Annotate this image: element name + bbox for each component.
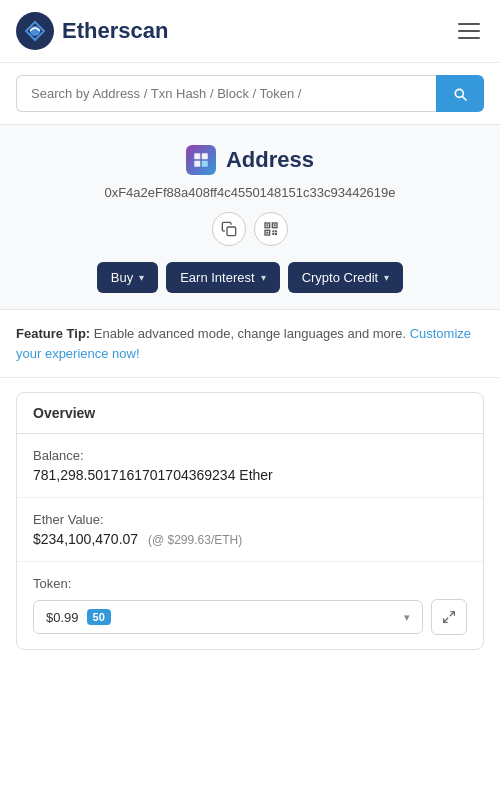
feature-tip: Feature Tip: Enable advanced mode, chang… [0, 310, 500, 378]
token-select-row: $0.99 50 ▾ [33, 599, 467, 635]
balance-label: Balance: [33, 448, 467, 463]
logo-area: Etherscan [16, 12, 168, 50]
overview-card: Overview Balance: 781,298.50171617017043… [16, 392, 484, 650]
token-select-left: $0.99 50 [46, 609, 111, 625]
action-buttons: Buy ▾ Earn Interest ▾ Crypto Credit ▾ [16, 262, 484, 293]
balance-value: 781,298.5017161701704369234 Ether [33, 467, 467, 483]
earn-interest-button[interactable]: Earn Interest ▾ [166, 262, 279, 293]
crypto-credit-chevron-icon: ▾ [384, 272, 389, 283]
search-input[interactable] [16, 75, 436, 112]
logo-text: Etherscan [62, 18, 168, 44]
svg-rect-3 [202, 153, 208, 159]
earn-interest-label: Earn Interest [180, 270, 254, 285]
hamburger-line-2 [458, 30, 480, 32]
expand-icon [442, 610, 456, 624]
hamburger-menu-button[interactable] [454, 19, 484, 43]
svg-rect-15 [272, 233, 274, 235]
svg-rect-5 [202, 161, 208, 167]
ether-value-secondary: (@ $299.63/ETH) [148, 533, 242, 547]
token-chevron-icon: ▾ [404, 611, 410, 624]
hamburger-line-3 [458, 37, 480, 39]
etherscan-logo-icon [16, 12, 54, 50]
svg-rect-12 [266, 232, 268, 234]
address-hash: 0xF4a2eFf88a408ff4c4550148151c33c9344261… [16, 185, 484, 200]
token-expand-button[interactable] [431, 599, 467, 635]
qr-code-button[interactable] [254, 212, 288, 246]
svg-rect-2 [194, 153, 200, 159]
overview-body: Balance: 781,298.5017161701704369234 Eth… [17, 434, 483, 649]
copy-icon [221, 221, 237, 237]
address-icon [186, 145, 216, 175]
overview-title: Overview [33, 405, 95, 421]
token-select-wrapper[interactable]: $0.99 50 ▾ [33, 600, 423, 634]
search-button[interactable] [436, 75, 484, 112]
token-count-badge: 50 [87, 609, 111, 625]
buy-button[interactable]: Buy ▾ [97, 262, 158, 293]
token-label: Token: [33, 576, 467, 591]
buy-label: Buy [111, 270, 133, 285]
svg-rect-13 [272, 230, 274, 232]
hamburger-line-1 [458, 23, 480, 25]
address-actions [16, 212, 484, 246]
search-bar [0, 63, 500, 125]
address-title-row: Address [16, 145, 484, 175]
ether-value-row: Ether Value: $234,100,470.07 (@ $299.63/… [17, 498, 483, 562]
token-value: $0.99 [46, 610, 79, 625]
balance-row: Balance: 781,298.5017161701704369234 Eth… [17, 434, 483, 498]
feature-tip-text: Enable advanced mode, change languages a… [90, 326, 406, 341]
ether-value-label: Ether Value: [33, 512, 467, 527]
address-icon-graphic [192, 151, 210, 169]
ether-value-main: $234,100,470.07 (@ $299.63/ETH) [33, 531, 467, 547]
svg-line-17 [450, 612, 454, 616]
svg-rect-14 [275, 230, 277, 232]
svg-rect-10 [266, 224, 268, 226]
address-section: Address 0xF4a2eFf88a408ff4c4550148151c33… [0, 125, 500, 310]
search-icon [452, 86, 468, 102]
svg-rect-4 [194, 161, 200, 167]
address-title: Address [226, 147, 314, 173]
ether-value-main-text: $234,100,470.07 [33, 531, 138, 547]
qr-icon [263, 221, 279, 237]
crypto-credit-button[interactable]: Crypto Credit ▾ [288, 262, 404, 293]
svg-rect-11 [274, 224, 276, 226]
header: Etherscan [0, 0, 500, 63]
svg-rect-16 [275, 233, 277, 235]
token-row: Token: $0.99 50 ▾ [17, 562, 483, 649]
earn-interest-chevron-icon: ▾ [261, 272, 266, 283]
svg-rect-6 [227, 227, 236, 236]
copy-address-button[interactable] [212, 212, 246, 246]
buy-chevron-icon: ▾ [139, 272, 144, 283]
feature-tip-prefix: Feature Tip: [16, 326, 90, 341]
overview-header: Overview [17, 393, 483, 434]
crypto-credit-label: Crypto Credit [302, 270, 379, 285]
svg-line-18 [444, 618, 448, 622]
